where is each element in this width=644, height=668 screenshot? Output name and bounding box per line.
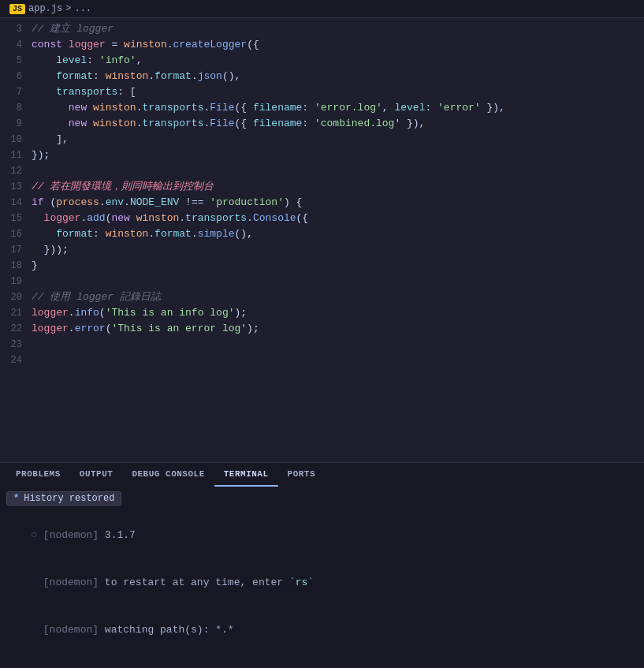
line-content: new winston.transports.File({ filename: … [32, 100, 505, 116]
code-line: 9 new winston.transports.File({ filename… [0, 116, 644, 132]
line-number: 10 [0, 132, 32, 147]
line-number: 7 [0, 84, 32, 100]
code-line: 3 // 建立 logger [0, 21, 644, 37]
line-content [32, 353, 38, 368]
line-content [32, 274, 38, 289]
line-content: logger.add(new winston.transports.Consol… [32, 211, 308, 226]
code-area: 3 // 建立 logger 4 const logger = winston.… [0, 18, 644, 462]
code-line: 15 logger.add(new winston.transports.Con… [0, 211, 644, 226]
code-line: 7 transports: [ [0, 84, 644, 100]
line-content: } [32, 258, 38, 274]
code-line: 10 ], [0, 132, 644, 147]
line-number: 5 [0, 53, 32, 69]
line-content: format: winston.format.simple(), [32, 226, 253, 242]
code-line: 18 } [0, 258, 644, 274]
code-line: 16 format: winston.format.simple(), [0, 226, 644, 242]
line-number: 21 [0, 305, 32, 321]
tab-output[interactable]: OUTPUT [70, 463, 123, 487]
code-line: 21 logger.info('This is an info log'); [0, 305, 644, 321]
history-badge: * History restored [6, 491, 121, 506]
line-number: 19 [0, 274, 32, 289]
panel-tabs: PROBLEMS OUTPUT DEBUG CONSOLE TERMINAL P… [0, 462, 644, 487]
code-line: 23 [0, 337, 644, 353]
nodemon-bracket: [nodemon] [31, 624, 99, 636]
line-number: 17 [0, 242, 32, 258]
terminal-text: to restart at any time, enter [99, 577, 289, 588]
line-number: 12 [0, 163, 32, 179]
line-content: transports: [ [32, 84, 136, 100]
line-number: 9 [0, 116, 32, 132]
line-number: 6 [0, 69, 32, 84]
tab-problems[interactable]: PROBLEMS [6, 463, 70, 487]
line-content [32, 163, 38, 179]
line-number: 14 [0, 195, 32, 211]
code-line: 19 [0, 274, 644, 289]
line-number: 24 [0, 353, 32, 368]
line-content: const logger = winston.createLogger({ [32, 37, 259, 53]
line-content: level: 'info', [32, 53, 142, 69]
nodemon-version: 3.1.7 [99, 529, 136, 541]
tab-debug-console[interactable]: DEBUG CONSOLE [122, 463, 214, 487]
breadcrumb: JS app.js > ... [0, 0, 644, 18]
breadcrumb-separator: > [65, 3, 71, 14]
line-content: logger.info('This is an info log'); [32, 305, 247, 321]
js-badge: JS [9, 4, 25, 14]
line-content: format: winston.format.json(), [32, 69, 240, 84]
code-line: 20 // 使用 logger 記錄日誌 [0, 289, 644, 305]
line-content: ], [32, 132, 69, 147]
terminal-line: [nodemon] watching extensions: js,mjs,cj… [6, 654, 638, 668]
nodemon-bracket: [nodemon] [43, 529, 99, 541]
nodemon-bracket: [nodemon] [31, 577, 99, 588]
terminal-circle-icon: ○ [31, 529, 43, 541]
line-number: 20 [0, 289, 32, 305]
history-asterisk: * [13, 493, 19, 504]
code-line: 22 logger.error('This is an error log'); [0, 321, 644, 337]
code-line: 11 }); [0, 147, 644, 163]
tab-terminal[interactable]: TERMINAL [214, 463, 278, 487]
terminal-panel[interactable]: * History restored ○ [nodemon] 3.1.7 [no… [0, 487, 644, 668]
breadcrumb-ellipsis: ... [74, 3, 91, 14]
line-number: 11 [0, 147, 32, 163]
code-line: 6 format: winston.format.json(), [0, 69, 644, 84]
line-number: 16 [0, 226, 32, 242]
line-number: 18 [0, 258, 32, 274]
line-content: // 建立 logger [32, 21, 114, 37]
code-line: 17 })); [0, 242, 644, 258]
line-number: 8 [0, 100, 32, 116]
line-number: 3 [0, 21, 32, 37]
line-content: new winston.transports.File({ filename: … [32, 116, 425, 132]
code-line: 13 // 若在開發環境，則同時輸出到控制台 [0, 179, 644, 195]
line-content: // 使用 logger 記錄日誌 [32, 289, 161, 305]
terminal-line: [nodemon] watching path(s): *.* [6, 606, 638, 654]
line-number: 23 [0, 337, 32, 353]
line-number: 4 [0, 37, 32, 53]
code-line: 8 new winston.transports.File({ filename… [0, 100, 644, 116]
line-content: logger.error('This is an error log'); [32, 321, 259, 337]
terminal-text: watching path(s): *.* [99, 624, 234, 636]
line-content: if (process.env.NODE_ENV !== 'production… [32, 195, 302, 211]
terminal-line: [nodemon] to restart at any time, enter … [6, 559, 638, 606]
code-line: 12 [0, 163, 644, 179]
code-editor[interactable]: 3 // 建立 logger 4 const logger = winston.… [0, 18, 644, 462]
line-number: 22 [0, 321, 32, 337]
code-line: 4 const logger = winston.createLogger({ [0, 37, 644, 53]
line-content: }); [32, 147, 50, 163]
tab-ports[interactable]: PORTS [278, 463, 326, 487]
breadcrumb-file[interactable]: app.js [28, 3, 62, 14]
line-content: // 若在開發環境，則同時輸出到控制台 [32, 179, 214, 195]
line-content: })); [32, 242, 69, 258]
terminal-cmd: `rs` [289, 577, 314, 588]
line-content [32, 337, 38, 353]
line-number: 13 [0, 179, 32, 195]
code-line: 14 if (process.env.NODE_ENV !== 'product… [0, 195, 644, 211]
code-line: 5 level: 'info', [0, 53, 644, 69]
code-line: 24 [0, 353, 644, 368]
history-restored-text: History restored [24, 493, 114, 504]
terminal-line: ○ [nodemon] 3.1.7 [6, 512, 638, 559]
line-number: 15 [0, 211, 32, 226]
